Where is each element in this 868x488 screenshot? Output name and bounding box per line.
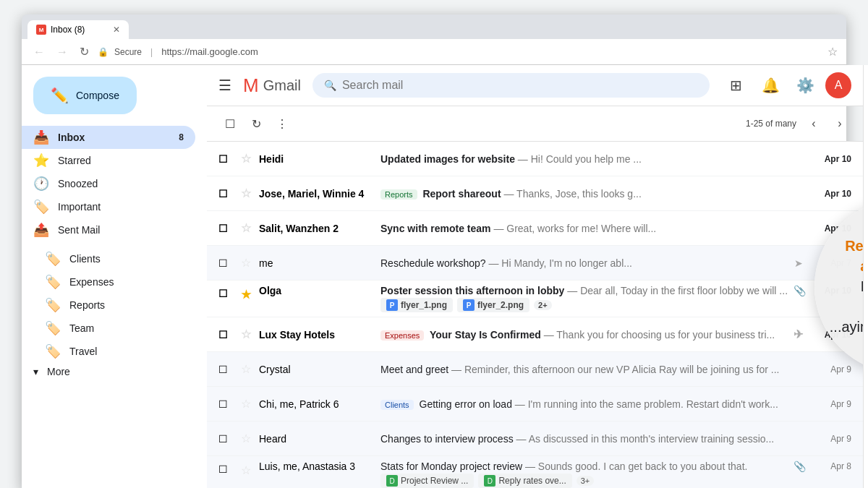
- star-button[interactable]: ☆: [239, 432, 253, 445]
- travel-icon: 🏷️: [45, 343, 61, 359]
- star-button[interactable]: ☆: [239, 187, 253, 200]
- email-row[interactable]: ☐ ☆ Heard Changes to interview process —…: [207, 421, 863, 456]
- email-row[interactable]: ☐ ☆ Chi, me, Patrick 6 Clients Getting e…: [207, 387, 863, 421]
- refresh-mail-button[interactable]: ↻: [244, 112, 268, 135]
- attachment-chip[interactable]: P flyer_2.png: [457, 298, 529, 312]
- more-button[interactable]: ▾ More: [22, 363, 207, 380]
- attachment-chip[interactable]: P flyer_1.png: [380, 298, 453, 312]
- tab-close-button[interactable]: ✕: [113, 25, 120, 35]
- right-panel: 📅 💡 ✓: [863, 65, 868, 488]
- email-list-container: ☐ ☆ Heidi Updated images for website — H…: [207, 142, 863, 488]
- avatar[interactable]: A: [825, 72, 851, 98]
- hamburger-menu[interactable]: ☰: [218, 77, 231, 94]
- row-checkbox[interactable]: ☐: [218, 223, 233, 234]
- row-checkbox[interactable]: ☐: [218, 364, 233, 375]
- sidebar-label-expenses: Expenses: [69, 276, 184, 288]
- sidebar: ✏️ Compose 📥 Inbox 8 ⭐ Starred 🕐 Snoozed…: [22, 65, 207, 488]
- attachment-row: P flyer_1.png P flyer_2.png 2+: [380, 298, 851, 312]
- sidebar-item-snoozed[interactable]: 🕐 Snoozed: [22, 172, 195, 195]
- sender-name: Heidi: [259, 153, 375, 165]
- email-list: ☐ ☆ Heidi Updated images for website — H…: [207, 142, 863, 488]
- search-input[interactable]: [342, 79, 698, 92]
- sidebar-item-inbox[interactable]: 📥 Inbox 8: [22, 126, 195, 149]
- snoozed-icon: 🕐: [33, 176, 49, 192]
- email-row[interactable]: ☐ ☆ Crystal Meet and greet — Reminder, t…: [207, 352, 863, 387]
- sidebar-label-team: Team: [69, 322, 184, 334]
- search-bar[interactable]: 🔍: [312, 73, 710, 98]
- row-checkbox[interactable]: ☐: [218, 288, 233, 299]
- search-icon: 🔍: [324, 80, 336, 91]
- row-checkbox[interactable]: ☐: [218, 398, 233, 410]
- email-row[interactable]: ☐ ☆ Luis, me, Anastasia 3 Stats for Mond…: [207, 456, 863, 488]
- attachment-name: flyer_2.png: [477, 300, 524, 310]
- row-checkbox[interactable]: ☐: [218, 329, 233, 341]
- email-date: Apr 9: [812, 399, 851, 409]
- forward-button[interactable]: →: [54, 44, 71, 60]
- email-row-main: Olga Poster session this afternoon in lo…: [259, 285, 851, 312]
- browser-tab[interactable]: M Inbox (8) ✕: [27, 20, 129, 39]
- expenses-icon: 🏷️: [45, 274, 61, 290]
- sidebar-item-important[interactable]: 🏷️ Important: [22, 195, 195, 218]
- email-date: Apr 9: [812, 434, 851, 444]
- header-icons: ⊞ 🔔 ⚙️ A: [721, 71, 851, 100]
- bookmark-icon[interactable]: ☆: [827, 45, 838, 59]
- next-page-button[interactable]: ›: [828, 112, 851, 135]
- star-button[interactable]: ☆: [239, 362, 253, 376]
- email-row[interactable]: ☐ ★ Olga Poster session this afternoon i…: [207, 281, 863, 317]
- email-subject: Poster session this afternoon in lobby: [380, 285, 567, 296]
- attachment-chip[interactable]: D Project Review ...: [380, 474, 474, 488]
- back-button[interactable]: ←: [30, 44, 48, 60]
- sidebar-item-sent[interactable]: 📤 Sent Mail: [22, 218, 195, 241]
- email-subject: Report shareout: [422, 188, 503, 200]
- pagination: 1-25 of many ‹ ›: [746, 112, 851, 135]
- star-button[interactable]: ☆: [239, 221, 253, 235]
- sent-icon: 📤: [33, 222, 49, 238]
- more-toolbar-button[interactable]: ⋮: [271, 112, 294, 135]
- sidebar-item-starred[interactable]: ⭐ Starred: [22, 149, 195, 172]
- email-row[interactable]: ☐ ☆ Jose, Mariel, Winnie 4 Reports Repor…: [207, 176, 863, 211]
- email-row[interactable]: ☐ ☆ Heidi Updated images for website — H…: [207, 142, 863, 176]
- star-button[interactable]: ☆: [239, 328, 253, 341]
- sidebar-item-reports[interactable]: 🏷️ Reports: [22, 294, 195, 317]
- email-row[interactable]: ☐ ☆ Lux Stay Hotels Expenses Your Stay I…: [207, 317, 863, 352]
- star-button[interactable]: ☆: [239, 463, 253, 477]
- url-bar[interactable]: https://mail.google.com: [161, 46, 822, 57]
- prev-page-button[interactable]: ‹: [802, 112, 825, 135]
- attachment-name: flyer_1.png: [401, 300, 447, 310]
- star-button[interactable]: ★: [239, 288, 253, 301]
- inbox-count: 8: [179, 132, 184, 142]
- sidebar-item-travel[interactable]: 🏷️ Travel: [22, 340, 195, 363]
- email-body: Reports Report shareout — Thanks, Jose, …: [380, 188, 806, 200]
- attachment-chip[interactable]: D Reply rates ove...: [478, 474, 571, 488]
- email-snippet: — I'm running into the same problem. Res…: [515, 398, 778, 410]
- sender-name: Luis, me, Anastasia 3: [259, 461, 375, 472]
- notifications-button[interactable]: 🔔: [756, 71, 785, 100]
- settings-button[interactable]: ⚙️: [791, 71, 820, 100]
- compose-button[interactable]: ✏️ Compose: [33, 77, 137, 114]
- row-checkbox[interactable]: ☐: [218, 257, 233, 269]
- row-checkbox[interactable]: ☐: [218, 463, 233, 475]
- sidebar-label-sent: Sent Mail: [58, 224, 184, 236]
- email-body: Reschedule workshop? — Hi Mandy, I'm no …: [380, 257, 788, 269]
- row-checkbox[interactable]: ☐: [218, 153, 233, 165]
- file-icon-doc: D: [386, 475, 398, 487]
- row-checkbox[interactable]: ☐: [218, 433, 233, 445]
- refresh-button[interactable]: ↻: [77, 43, 92, 60]
- row-checkbox[interactable]: ☐: [218, 188, 233, 200]
- sidebar-item-team[interactable]: 🏷️ Team: [22, 317, 195, 340]
- star-button[interactable]: ☆: [239, 397, 253, 411]
- star-button[interactable]: ☆: [239, 152, 253, 166]
- email-subject: Changes to interview process: [380, 433, 516, 445]
- email-row[interactable]: ☐ ☆ me Reschedule workshop? — Hi Mandy, …: [207, 246, 863, 281]
- starred-icon: ⭐: [33, 153, 49, 168]
- select-checkbox[interactable]: ☐: [218, 112, 242, 135]
- apps-button[interactable]: ⊞: [721, 71, 750, 100]
- sender-name: Heard: [259, 433, 375, 445]
- email-row[interactable]: ☐ ☆ Salit, Wanzhen 2 Sync with remote te…: [207, 211, 863, 246]
- sidebar-item-expenses[interactable]: 🏷️ Expenses: [22, 270, 195, 294]
- sender-name: Salit, Wanzhen 2: [259, 223, 375, 234]
- gmail-header: ☰ M Gmail 🔍 ⊞ 🔔 ⚙️ A: [207, 65, 863, 106]
- star-button[interactable]: ☆: [239, 256, 253, 270]
- attachment-name: Project Review ...: [401, 476, 468, 486]
- sidebar-item-clients[interactable]: 🏷️ Clients: [22, 247, 195, 270]
